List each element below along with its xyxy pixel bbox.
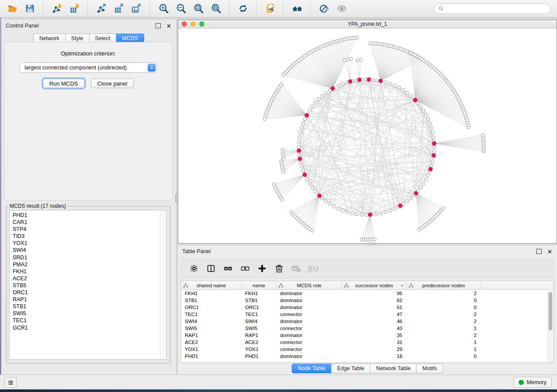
mcds-result-item[interactable]: ORC1 — [13, 289, 28, 296]
float-table-panel-button[interactable] — [536, 249, 542, 254]
mcds-result-item[interactable]: RAP1 — [13, 296, 28, 303]
deselect-all-columns-button[interactable] — [239, 262, 252, 275]
add-column-button[interactable] — [256, 262, 269, 275]
zoom-selected-button[interactable] — [208, 2, 224, 16]
mcds-result-item[interactable]: GCR1 — [13, 324, 28, 331]
task-history-button[interactable] — [4, 377, 17, 388]
close-panel-action-button[interactable]: Close panel — [91, 79, 134, 88]
scrollbar-thumb[interactable] — [549, 292, 552, 330]
mcds-result-item[interactable]: PHD1 — [13, 212, 28, 219]
table-row[interactable]: ORC1ORC1dominator610 — [181, 304, 554, 311]
table-row[interactable]: YOX1YOX1connector291 — [181, 346, 554, 353]
refresh-layout-button[interactable] — [235, 2, 251, 16]
search-icon — [438, 5, 444, 12]
zoom-fit-icon — [193, 3, 204, 14]
zoom-in-button[interactable] — [156, 2, 171, 16]
mcds-result-item[interactable]: SWI5 — [13, 310, 28, 317]
mcds-result-item[interactable]: STB5 — [13, 282, 28, 289]
mcds-result-item[interactable]: FKH1 — [13, 268, 28, 275]
sort-chevron-icon — [400, 283, 405, 288]
column-label: MCDS role — [297, 283, 321, 288]
mcds-result-item[interactable]: ACE2 — [13, 275, 28, 282]
zoom-out-button[interactable] — [173, 2, 189, 16]
mcds-result-item[interactable]: YOX1 — [13, 240, 28, 247]
memory-button[interactable]: Memory — [513, 377, 552, 388]
control-panel-title: Control Panel — [6, 23, 39, 29]
mcds-result-item[interactable]: CAR1 — [13, 219, 28, 226]
run-mcds-button[interactable]: Run MCDS — [43, 79, 85, 88]
table-row[interactable]: SWI5SWI5connector431 — [181, 325, 554, 332]
open-file-button[interactable] — [4, 2, 20, 16]
close-panel-button[interactable] — [166, 23, 172, 29]
new-network-from-selection-icon — [265, 3, 276, 14]
toolbar-separator — [87, 2, 88, 15]
first-neighbors-button[interactable] — [289, 2, 305, 16]
delete-column-button[interactable] — [273, 262, 286, 275]
cell-name: FKH1 — [242, 290, 277, 297]
table-row[interactable]: TEC1TEC1connector472 — [181, 311, 554, 318]
zoom-fit-button[interactable] — [190, 2, 206, 16]
delete-table-button — [290, 262, 303, 275]
mcds-result-item[interactable]: PMA2 — [13, 261, 28, 268]
show-all-eye-button[interactable] — [334, 2, 349, 16]
cell-shared-name: FKH1 — [181, 290, 242, 297]
tab-motifs[interactable]: Motifs — [417, 364, 443, 373]
column-header-predecessor-nodes[interactable]: predecessor nodes — [407, 281, 481, 289]
close-traffic-light[interactable] — [182, 21, 187, 27]
cell-MCDS-role: dominator — [277, 353, 342, 360]
export-image-button[interactable] — [128, 2, 144, 16]
close-table-panel-button[interactable] — [547, 249, 553, 254]
column-header-MCDS-role[interactable]: MCDS role — [277, 281, 342, 289]
list-scrollbar-track[interactable] — [160, 211, 166, 359]
save-session-button[interactable] — [22, 2, 38, 16]
refresh-layout-icon — [238, 3, 249, 14]
cell-MCDS-role: connector — [277, 325, 342, 332]
search-input[interactable] — [446, 5, 547, 12]
mcds-result-item[interactable]: TEC1 — [13, 317, 28, 324]
cell-predecessor-nodes: 2 — [407, 290, 481, 297]
import-table-button[interactable] — [66, 2, 82, 16]
main-toolbar — [0, 0, 557, 17]
table-row[interactable]: RAP1RAP1dominator352 — [181, 332, 554, 339]
column-header-shared-name[interactable]: shared name — [181, 281, 242, 289]
cell-successor-nodes: 47 — [342, 311, 407, 318]
criterion-select[interactable]: largest connected component (undirected) — [20, 62, 157, 73]
cell-predecessor-nodes: 1 — [407, 346, 481, 353]
tab-network-table[interactable]: Network Table — [370, 364, 417, 373]
table-row[interactable]: ACE2ACE2connector311 — [181, 339, 554, 346]
table-panel: Table Panel f(x) shared namenameMCDS rol… — [178, 245, 557, 375]
table-row[interactable]: STB1STB1dominator620 — [181, 297, 554, 304]
export-network-button[interactable] — [93, 2, 109, 16]
network-frame-titlebar[interactable]: YPA_prune.txt_1 — [178, 20, 557, 28]
table-scrollbar[interactable] — [547, 289, 554, 362]
tab-node-table[interactable]: Node Table — [292, 364, 332, 373]
table-row[interactable]: FKH1FKH1dominator962 — [181, 290, 554, 297]
mcds-result-item[interactable]: SRD1 — [13, 254, 28, 261]
select-all-columns-button[interactable] — [221, 262, 235, 275]
float-panel-button[interactable] — [155, 23, 161, 29]
column-header-successor-nodes[interactable]: successor nodes — [342, 281, 407, 289]
export-table-button[interactable] — [111, 2, 127, 16]
mcds-result-item[interactable]: STB1 — [13, 303, 28, 310]
graphics-details-button[interactable] — [316, 2, 332, 16]
mcds-result-item[interactable]: STP4 — [13, 226, 28, 233]
table-mode-button[interactable] — [187, 262, 201, 275]
maximize-traffic-light[interactable] — [199, 21, 204, 27]
table-row[interactable]: SWI4SWI4dominator462 — [181, 318, 554, 325]
network-canvas[interactable] — [178, 28, 557, 243]
search-box[interactable] — [434, 3, 551, 14]
cell-predecessor-nodes: 0 — [407, 353, 481, 360]
cell-MCDS-role: connector — [277, 339, 342, 346]
new-network-from-selection-button[interactable] — [262, 2, 278, 16]
mcds-result-item[interactable]: TID3 — [13, 233, 28, 240]
table-panel-header: Table Panel — [178, 245, 557, 257]
column-header-name[interactable]: name — [242, 281, 277, 289]
minimize-traffic-light[interactable] — [190, 21, 196, 27]
show-all-eye-icon — [336, 3, 347, 14]
mcds-result-list[interactable]: PHD1CAR1STP4TID3YOX1SWI4SRD1PMA2FKH1ACE2… — [9, 210, 166, 360]
table-row[interactable]: PHD1PHD1dominator180 — [181, 353, 554, 360]
import-network-button[interactable] — [49, 2, 65, 16]
tab-edge-table[interactable]: Edge Table — [332, 364, 370, 373]
show-columns-button[interactable] — [204, 262, 218, 275]
mcds-result-item[interactable]: SWI4 — [13, 247, 28, 254]
